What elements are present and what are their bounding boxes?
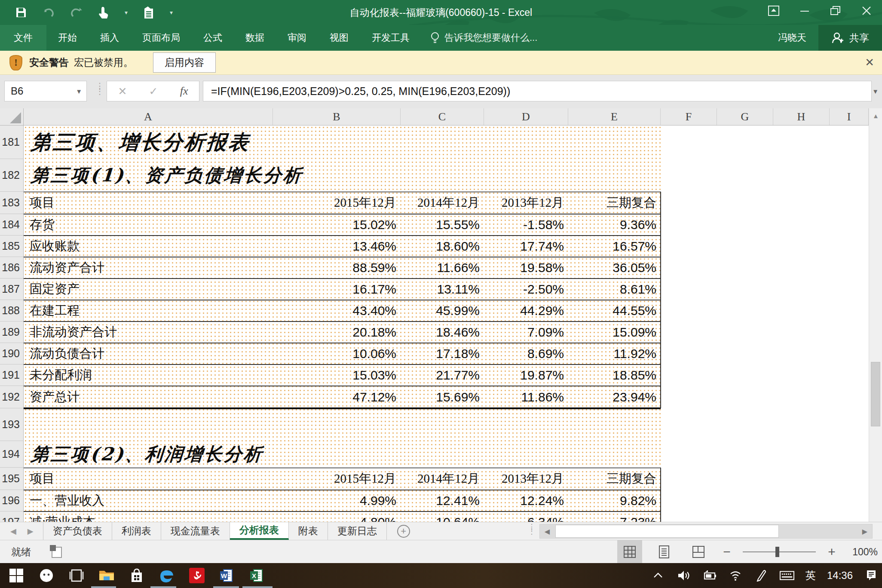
- cell-A190[interactable]: 流动负债合计: [24, 343, 273, 364]
- formula-bar-resize-dots[interactable]: ⋮⋮: [95, 83, 101, 94]
- file-explorer-icon[interactable]: [98, 567, 115, 584]
- cell-B188[interactable]: 43.40%: [273, 300, 401, 322]
- close-icon[interactable]: [851, 0, 882, 21]
- column-header-G[interactable]: G: [717, 108, 773, 125]
- cell-D197[interactable]: 6.34%: [484, 511, 568, 522]
- sheet-tab-更新日志[interactable]: 更新日志: [328, 522, 387, 540]
- cell-D191[interactable]: 19.87%: [484, 364, 568, 386]
- row-header-181[interactable]: 181: [0, 126, 24, 159]
- row-header-191[interactable]: 191: [0, 364, 24, 386]
- cell-C195[interactable]: 2014年12月: [401, 468, 484, 490]
- cell-E186[interactable]: 36.05%: [568, 257, 661, 279]
- macro-record-icon[interactable]: [50, 545, 63, 559]
- row-header-187[interactable]: 187: [0, 279, 24, 300]
- zoom-slider-thumb[interactable]: [775, 547, 779, 557]
- row-header-194[interactable]: 194: [0, 441, 24, 468]
- enable-content-button[interactable]: 启用内容: [153, 52, 216, 73]
- sheet-next-icon[interactable]: ▶: [28, 527, 34, 536]
- cell-C183[interactable]: 2014年12月: [401, 192, 484, 214]
- row-header-185[interactable]: 185: [0, 236, 24, 257]
- pen-icon[interactable]: [754, 568, 769, 583]
- scroll-right-icon[interactable]: ▶: [858, 527, 872, 536]
- netease-music-icon[interactable]: [188, 567, 205, 584]
- edge-browser-icon[interactable]: [158, 567, 175, 584]
- column-header-E[interactable]: E: [568, 108, 661, 125]
- tell-me-box[interactable]: 告诉我您想要做什么...: [421, 25, 546, 51]
- name-box[interactable]: B6 ▼: [4, 81, 87, 101]
- cell-C187[interactable]: 13.11%: [401, 279, 484, 300]
- cell-D184[interactable]: -1.58%: [484, 214, 568, 236]
- formula-input[interactable]: =IF(MIN(E196,E203,E209)>0.25, 0.25, MIN(…: [203, 81, 872, 101]
- cell-C192[interactable]: 15.69%: [401, 386, 484, 408]
- cell-D187[interactable]: -2.50%: [484, 279, 568, 300]
- row-header-189[interactable]: 189: [0, 322, 24, 343]
- cell-E183[interactable]: 三期复合: [568, 192, 661, 214]
- cell-B184[interactable]: 15.02%: [273, 214, 401, 236]
- cell-A183[interactable]: 项目: [24, 192, 273, 214]
- cell-D189[interactable]: 7.09%: [484, 322, 568, 343]
- tab-bar-resize-dots[interactable]: ⋮⋮: [528, 525, 532, 533]
- cell-B195[interactable]: 2015年12月: [273, 468, 401, 490]
- start-button-icon[interactable]: [8, 567, 25, 584]
- user-name[interactable]: 冯晓天: [766, 25, 818, 51]
- section-title-row-182[interactable]: 第三项(1)、资产负债增长分析: [30, 159, 646, 192]
- horizontal-scrollbar[interactable]: ◀ ▶: [539, 524, 873, 539]
- cell-C186[interactable]: 11.66%: [401, 257, 484, 279]
- cell-A195[interactable]: 项目: [24, 468, 273, 490]
- row-header-197[interactable]: 197: [0, 511, 24, 522]
- row-header-183[interactable]: 183: [0, 192, 24, 214]
- sheet-tab-资产负债表[interactable]: 资产负债表: [43, 522, 112, 540]
- qat-customize-dropdown-icon[interactable]: ▾: [170, 9, 173, 15]
- share-button[interactable]: 共享: [818, 25, 882, 51]
- cell-E195[interactable]: 三期复合: [568, 468, 661, 490]
- sheet-tab-利润表[interactable]: 利润表: [112, 522, 161, 540]
- cell-A187[interactable]: 固定资产: [24, 279, 273, 300]
- save-icon[interactable]: [15, 6, 28, 19]
- tab-data[interactable]: 数据: [234, 25, 276, 51]
- cell-D196[interactable]: 12.24%: [484, 490, 568, 511]
- cell-E196[interactable]: 9.82%: [568, 490, 661, 511]
- undo-icon[interactable]: [42, 6, 55, 19]
- tab-review[interactable]: 审阅: [276, 25, 318, 51]
- cell-A186[interactable]: 流动资产合计: [24, 257, 273, 279]
- cell-C197[interactable]: 10.64%: [401, 511, 484, 522]
- cell-D192[interactable]: 11.86%: [484, 386, 568, 408]
- cancel-formula-icon[interactable]: ✕: [118, 85, 127, 98]
- row-header-192[interactable]: 192: [0, 386, 24, 408]
- cell-B187[interactable]: 16.17%: [273, 279, 401, 300]
- scroll-left-icon[interactable]: ◀: [540, 527, 554, 536]
- battery-icon[interactable]: [702, 568, 717, 583]
- vertical-scrollbar-thumb[interactable]: [871, 362, 880, 426]
- task-view-icon[interactable]: [68, 567, 85, 584]
- column-header-B[interactable]: B: [273, 108, 401, 125]
- cell-E188[interactable]: 44.55%: [568, 300, 661, 322]
- cell-E191[interactable]: 18.85%: [568, 364, 661, 386]
- tab-page-layout[interactable]: 页面布局: [131, 25, 192, 51]
- cell-C196[interactable]: 12.41%: [401, 490, 484, 511]
- cell-D195[interactable]: 2013年12月: [484, 468, 568, 490]
- normal-view-button[interactable]: [617, 540, 642, 564]
- touch-mode-dropdown-icon[interactable]: ▾: [125, 9, 128, 15]
- action-center-icon[interactable]: [864, 568, 879, 583]
- cell-C191[interactable]: 21.77%: [401, 364, 484, 386]
- row-header-188[interactable]: 188: [0, 300, 24, 322]
- word-icon[interactable]: W: [218, 567, 236, 584]
- cell-C190[interactable]: 17.18%: [401, 343, 484, 364]
- vertical-scrollbar[interactable]: ▲: [869, 108, 882, 522]
- formula-bar-expand-icon[interactable]: ▼: [872, 88, 879, 95]
- security-bar-close-icon[interactable]: ✕: [865, 56, 874, 69]
- cell-A192[interactable]: 资产总计: [24, 386, 273, 408]
- page-layout-view-button[interactable]: [652, 540, 677, 564]
- redo-icon[interactable]: [70, 6, 83, 19]
- cell-B191[interactable]: 15.03%: [273, 364, 401, 386]
- select-all-corner[interactable]: [0, 108, 24, 125]
- tab-developer[interactable]: 开发工具: [360, 25, 421, 51]
- zoom-out-icon[interactable]: −: [720, 545, 733, 559]
- cell-A184[interactable]: 存货: [24, 214, 273, 236]
- ime-language-indicator[interactable]: 英: [805, 569, 816, 582]
- cell-E189[interactable]: 15.09%: [568, 322, 661, 343]
- scroll-up-icon[interactable]: ▲: [869, 108, 882, 123]
- cell-D185[interactable]: 17.74%: [484, 236, 568, 257]
- cortana-icon[interactable]: [38, 567, 55, 584]
- form-tool-icon[interactable]: [142, 6, 155, 19]
